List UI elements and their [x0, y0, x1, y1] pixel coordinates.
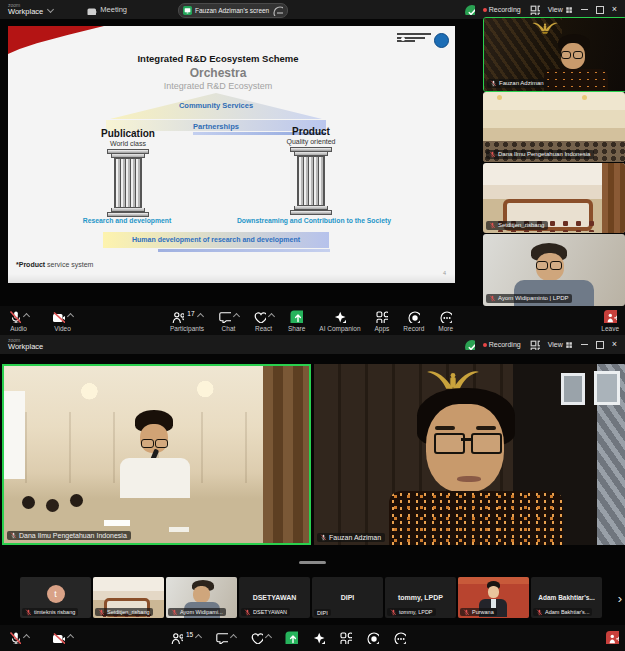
participant-name-badge: Ayom Widipaminto | LPDP	[486, 294, 572, 304]
share-button[interactable]	[285, 631, 298, 644]
record-button[interactable]: Record	[403, 310, 424, 332]
chat-icon	[218, 310, 231, 323]
wall-portrait	[561, 373, 585, 405]
leave-icon	[604, 310, 617, 323]
gallery-grid-icon[interactable]	[529, 339, 540, 350]
chevron-up-icon[interactable]	[67, 634, 74, 641]
record-button[interactable]	[366, 631, 379, 644]
participants-button[interactable]: 15	[170, 631, 201, 644]
share-button[interactable]: Share	[288, 310, 305, 332]
share-banner-label: Fauzan Adziman's screen	[195, 7, 269, 14]
camera-muted-icon	[52, 310, 65, 323]
gallery-grid-icon[interactable]	[529, 4, 540, 15]
view-button[interactable]: View	[548, 6, 573, 14]
close-button[interactable]: ×	[612, 5, 617, 14]
pillar-right-graphic	[290, 147, 332, 215]
ai-sparkle-icon	[333, 310, 346, 323]
chevron-up-icon[interactable]	[197, 313, 204, 320]
participant-name-badge: Ayom Widipami...	[168, 608, 226, 616]
main-video-dipi[interactable]: Dana Ilmu Pengetahuan Indonesia	[2, 364, 311, 545]
filmstrip-resize-handle[interactable]	[299, 561, 326, 564]
ministry-logo-icon	[434, 33, 449, 48]
share-screen-icon	[290, 310, 303, 323]
filmstrip-tile[interactable]: t timteknis risbang	[20, 577, 91, 618]
filmstrip-tile[interactable]: tommy, LPDP tommy, LPDP	[385, 577, 456, 618]
filmstrip-tile[interactable]: Purwana	[458, 577, 529, 618]
recording-indicator: Recording	[483, 6, 521, 13]
participant-tile-setditjen[interactable]: Setditjen_risbang	[483, 163, 625, 233]
mic-muted-icon	[8, 310, 21, 323]
leave-button[interactable]	[606, 631, 619, 644]
minimize-button[interactable]	[581, 344, 588, 345]
participant-name-badge: DSETYAWAN	[241, 608, 290, 616]
view-button[interactable]: View	[548, 341, 573, 349]
participant-name-badge: DIPI	[314, 609, 331, 616]
apps-button[interactable]: Apps	[375, 310, 390, 332]
maximize-button[interactable]	[596, 341, 604, 349]
more-button[interactable]	[393, 631, 406, 644]
screen-share-banner[interactable]: Fauzan Adziman's screen	[178, 3, 288, 18]
tab-meeting[interactable]: Meeting	[86, 4, 127, 15]
shared-slide: Integrated R&D Ecosystem Scheme Orchestr…	[8, 26, 455, 283]
share-screen-icon	[285, 631, 298, 644]
chat-button[interactable]	[215, 631, 236, 644]
heart-react-icon	[253, 310, 266, 323]
ai-companion-button[interactable]	[312, 631, 325, 644]
mic-muted-icon	[463, 609, 470, 616]
pillar-right-caption: Downstreaming and Contribution to the So…	[216, 217, 412, 224]
maximize-button[interactable]	[596, 6, 604, 14]
participant-tile-fauzan[interactable]: Fauzan Adziman	[483, 17, 625, 92]
filmstrip-next-chevron[interactable]: ›	[618, 591, 622, 606]
pillar-left-title: Publication	[68, 128, 188, 139]
filmstrip-tile[interactable]: Ayom Widipami...	[166, 577, 237, 618]
slide-heading: Orchestra	[8, 66, 428, 80]
titlebar-bottom: zoom Workplace Recording View ×	[0, 335, 625, 354]
record-icon	[407, 310, 420, 323]
more-button[interactable]: More	[438, 310, 453, 332]
filmstrip-tile[interactable]: DIPI DIPI	[312, 577, 383, 618]
chevron-up-icon[interactable]	[233, 313, 240, 320]
ai-companion-button[interactable]: AI Companion	[319, 310, 360, 332]
chat-button[interactable]: Chat	[218, 310, 239, 332]
audio-button[interactable]: Audio	[8, 310, 29, 332]
mic-muted-icon	[390, 609, 397, 616]
participant-tile-dipi-room[interactable]: Dana Ilmu Pengetahuan Indonesia	[483, 92, 625, 162]
apps-button[interactable]	[339, 631, 352, 644]
chevron-up-icon[interactable]	[195, 634, 202, 641]
band-label: Human development of research and develo…	[103, 232, 329, 248]
leave-button[interactable]: Leave	[601, 310, 619, 332]
security-shield-icon	[464, 4, 475, 15]
pillar-left-sub: World class	[68, 140, 188, 147]
main-video-fauzan[interactable]: Fauzan Adziman	[314, 364, 625, 545]
react-button[interactable]	[250, 631, 271, 644]
chevron-up-icon[interactable]	[23, 634, 30, 641]
participants-button[interactable]: 17 Participants	[170, 310, 204, 332]
react-button[interactable]: React	[253, 310, 274, 332]
filmstrip-tile[interactable]: Adam Bakhtiar's... Adam Bakhtiar's...	[531, 577, 602, 618]
chevron-up-icon[interactable]	[268, 313, 275, 320]
garuda-emblem-icon	[532, 21, 558, 35]
chevron-up-icon[interactable]	[23, 313, 30, 320]
audio-button[interactable]	[8, 631, 29, 644]
pyramid-label-top: Community Services	[110, 101, 322, 110]
chevron-up-icon[interactable]	[67, 313, 74, 320]
chevron-up-icon[interactable]	[265, 634, 272, 641]
participant-name-badge: Setditjen_risbang	[95, 608, 153, 616]
video-button[interactable]: Video	[52, 310, 73, 332]
stop-share-icon[interactable]	[272, 5, 283, 16]
filmstrip-tile[interactable]: DSETYAWAN DSETYAWAN	[239, 577, 310, 618]
close-button[interactable]: ×	[612, 340, 617, 349]
chevron-up-icon[interactable]	[230, 634, 237, 641]
chevron-down-icon[interactable]	[47, 6, 54, 13]
slide-subheading: Integrated R&D Ecosystem	[8, 81, 428, 91]
pillar-left-graphic	[107, 149, 149, 217]
zoom-window-screenshare: zoom Workplace Meeting Fauzan Adziman's …	[0, 0, 625, 335]
record-icon	[366, 631, 379, 644]
app-brand: zoom Workplace	[8, 338, 43, 351]
minimize-button[interactable]	[581, 9, 588, 10]
mic-muted-icon	[489, 295, 496, 302]
filmstrip-tile[interactable]: Setditjen_risbang	[93, 577, 164, 618]
active-speaker-badge: Dana Ilmu Pengetahuan Indonesia	[7, 531, 131, 541]
video-button[interactable]	[52, 631, 73, 644]
participant-tile-ayom[interactable]: Ayom Widipaminto | LPDP	[483, 234, 625, 306]
